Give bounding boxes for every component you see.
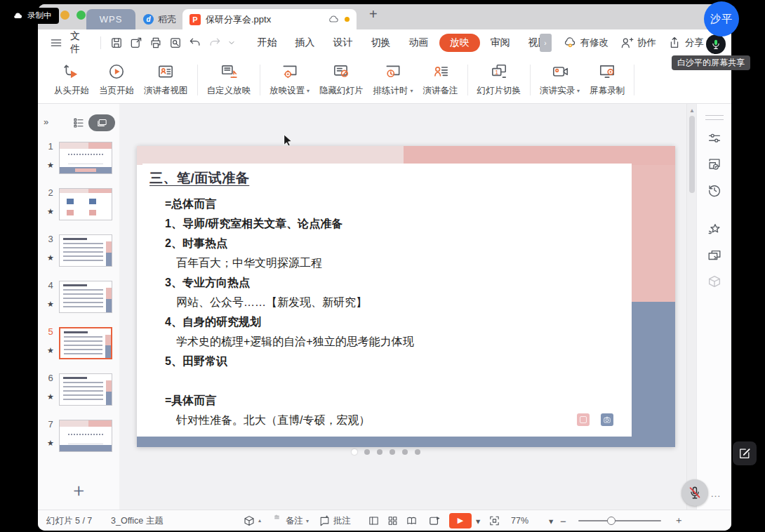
slide-thumbnail-1[interactable]: 1★ — [38, 140, 119, 187]
add-slide-button[interactable]: ＋ — [69, 481, 88, 499]
menu-tab-审阅[interactable]: 审阅 — [481, 34, 519, 51]
ribbon-item-演讲实录[interactable]: 演讲实录 ▾ — [535, 62, 585, 97]
camera-placeholder-icon[interactable] — [601, 413, 613, 426]
menu-tab-切换[interactable]: 切换 — [362, 34, 400, 51]
zoom-out-button[interactable]: − — [560, 514, 566, 526]
save-icon[interactable] — [109, 36, 124, 50]
docer-tab[interactable]: d 稻壳 — [143, 9, 176, 29]
zoom-caret[interactable]: ▾ — [549, 515, 553, 526]
notes-button[interactable]: 备注 ▾ — [271, 514, 309, 526]
slide-thumb-preview[interactable] — [59, 327, 112, 359]
slide-thumb-preview[interactable] — [59, 420, 112, 452]
modified-status[interactable]: 有修改 — [563, 36, 609, 50]
pager-dot[interactable] — [352, 449, 357, 455]
ribbon-item-幻灯片切换[interactable]: 1幻灯片切换 — [472, 62, 526, 97]
ribbon-item-演讲备注[interactable]: 演讲备注 — [418, 62, 463, 97]
meeting-more-icon[interactable]: … — [710, 487, 721, 499]
hamburger-menu-icon[interactable] — [49, 36, 63, 50]
slide-thumbnail-6[interactable]: 6★ — [38, 372, 119, 418]
window-switch-icon[interactable] — [707, 248, 722, 263]
play-options-caret[interactable]: ▾ — [476, 515, 480, 526]
ribbon-item-从头开始[interactable]: 从头开始 — [49, 62, 94, 97]
wps-home-tab[interactable]: WPS — [86, 9, 135, 29]
slide-thumbnail-2[interactable]: 2★ — [38, 187, 119, 233]
slide-thumbnail-4[interactable]: 4★ — [38, 279, 119, 326]
menu-tab-动画[interactable]: 动画 — [400, 34, 438, 51]
material-stamp-icon[interactable] — [707, 157, 722, 172]
slide-thumb-preview[interactable] — [59, 234, 112, 267]
zoom-level[interactable]: 77% — [511, 516, 528, 526]
slide-thumb-preview[interactable] — [59, 373, 112, 406]
zoom-slider-knob[interactable] — [607, 517, 616, 525]
effects-star-icon[interactable] — [707, 222, 722, 237]
slideshow-ribbon: 从头开始当页开始演讲者视图自定义放映放映设置 ▾隐藏幻灯片排练计时 ▾演讲备注1… — [38, 56, 731, 104]
user-avatar[interactable]: 沙平 — [704, 1, 739, 36]
picture-placeholder-icon[interactable] — [577, 413, 590, 426]
properties-sliders-icon[interactable] — [707, 131, 722, 146]
pager-dot[interactable] — [364, 449, 370, 455]
canvas-scrollbar[interactable]: ▲ — [686, 104, 697, 510]
panel-drag-handle[interactable] — [705, 115, 724, 120]
file-menu[interactable]: 文件 — [70, 30, 88, 55]
divider — [467, 65, 468, 95]
play-slideshow-button[interactable]: ▶ — [449, 513, 472, 528]
more-commands-icon[interactable] — [227, 39, 236, 47]
slide-thumbnail-3[interactable]: 3★ — [38, 233, 119, 279]
print-preview-icon[interactable] — [168, 36, 182, 50]
ribbon-item-隐藏幻灯片[interactable]: 隐藏幻灯片 — [314, 62, 368, 97]
history-version-icon[interactable] — [707, 182, 722, 198]
ribbon-item-自定义放映[interactable]: 自定义放映 — [202, 62, 256, 97]
fullscreen-button[interactable] — [488, 514, 500, 526]
slideshow-view-button[interactable] — [88, 114, 115, 131]
ribbon-item-屏幕录制[interactable]: 屏幕录制 — [585, 62, 630, 97]
view-read-icon[interactable] — [406, 514, 418, 526]
output-icon[interactable] — [129, 36, 143, 50]
pager-dot[interactable] — [377, 449, 382, 455]
theme-button[interactable]: ▴ — [243, 514, 261, 527]
list-view-icon[interactable] — [72, 117, 85, 129]
export-play-button[interactable] — [428, 514, 441, 527]
zoom-traffic-light[interactable] — [76, 11, 86, 20]
new-tab-button[interactable]: + — [369, 6, 378, 22]
annotation-button[interactable] — [733, 441, 757, 465]
ribbon-item-排练计时[interactable]: 排练计时 ▾ — [368, 62, 418, 97]
view-normal-icon[interactable] — [368, 514, 380, 526]
theme-name[interactable]: 3_Office 主题 — [111, 514, 164, 526]
ribbon-item-放映设置[interactable]: 放映设置 ▾ — [265, 62, 314, 97]
menu-tab-设计[interactable]: 设计 — [324, 34, 362, 51]
collapse-chevron-button[interactable]: › — [540, 34, 552, 52]
comments-button[interactable]: 批注 — [319, 514, 351, 526]
current-slide[interactable]: 三、笔/面试准备 =总体而言1、导师/研究室相关文章、论点准备2、时事热点百年百… — [137, 146, 675, 447]
slide-thumb-preview[interactable] — [59, 142, 112, 174]
pager-dot[interactable] — [390, 449, 395, 455]
zoom-slider[interactable] — [578, 520, 661, 521]
slide-thumb-preview[interactable] — [59, 281, 112, 313]
mic-live-button[interactable] — [706, 34, 726, 54]
menu-tab-视图[interactable]: 视图 — [519, 34, 540, 51]
resource-cube-icon[interactable] — [707, 274, 722, 289]
view-grid-icon[interactable] — [387, 514, 399, 526]
document-tab[interactable]: P 保研分享会.pptx — [182, 9, 357, 29]
undo-icon[interactable] — [188, 36, 202, 50]
collab-button[interactable]: 协作 — [620, 36, 656, 50]
slide-thumb-preview[interactable] — [59, 188, 112, 220]
expand-panel-icon[interactable]: » — [44, 117, 48, 127]
zoom-slider-track[interactable] — [578, 520, 661, 521]
muted-mic-button[interactable] — [681, 479, 708, 506]
scrollbar-thumb[interactable] — [689, 116, 695, 193]
pager-dot[interactable] — [402, 449, 408, 455]
ribbon-item-演讲者视图[interactable]: 演讲者视图 — [139, 62, 193, 97]
slide-thumbnail-5[interactable]: 5★ — [38, 326, 119, 372]
slide-thumbnail-7[interactable]: 7★ — [38, 418, 119, 465]
zoom-in-button[interactable]: ＋ — [674, 514, 684, 527]
animation-star-icon: ★ — [47, 253, 54, 262]
pager-dot[interactable] — [415, 449, 420, 455]
scroll-up-arrow-icon[interactable]: ▲ — [687, 107, 697, 114]
menu-tab-放映[interactable]: 放映 — [439, 34, 480, 52]
minimize-traffic-light[interactable] — [60, 11, 69, 20]
print-icon[interactable] — [149, 36, 163, 50]
menu-tab-插入[interactable]: 插入 — [286, 34, 324, 51]
ribbon-item-当页开始[interactable]: 当页开始 — [94, 62, 139, 97]
share-button[interactable]: 分享 — [667, 36, 704, 50]
menu-tab-开始[interactable]: 开始 — [248, 34, 286, 51]
